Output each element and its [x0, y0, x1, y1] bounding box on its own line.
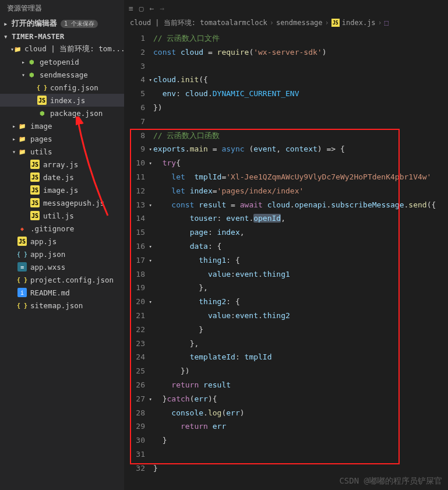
- tree-item[interactable]: { }project.config.json: [0, 273, 124, 286]
- tree-item[interactable]: JSutil.js: [0, 209, 124, 222]
- tree-label: sitemap.json: [30, 301, 83, 310]
- tree-item[interactable]: ⬢package.json: [0, 107, 124, 119]
- tree-label: .gitignore: [30, 224, 74, 233]
- tree-item[interactable]: JSindex.js: [0, 94, 124, 107]
- tree-label: index.js: [50, 96, 85, 105]
- menu-icon[interactable]: ≡: [129, 4, 133, 13]
- tree-label: array.js: [43, 160, 78, 169]
- tree-item[interactable]: ▾⬢sendmessage: [0, 68, 124, 81]
- chevron-icon: ▸: [10, 136, 17, 142]
- tree-label: util.js: [43, 211, 74, 220]
- tree-label: app.js: [30, 237, 57, 246]
- chevron-icon: ▸: [10, 123, 17, 129]
- tree-item[interactable]: ▸⬢getopenid: [0, 55, 124, 68]
- tree-item[interactable]: { }config.json: [0, 81, 124, 94]
- crumb-0[interactable]: cloud | 当前环境: tomatoalarmclock: [130, 18, 267, 28]
- explorer-title: 资源管理器: [0, 0, 124, 17]
- tree-label: app.json: [30, 250, 65, 259]
- open-editors-section[interactable]: ▸ 打开的编辑器 1 个未保存: [0, 17, 124, 30]
- tree-item[interactable]: ◆.gitignore: [0, 222, 124, 235]
- tree-label: package.json: [50, 109, 103, 118]
- chevron-right-icon: ›: [378, 19, 382, 27]
- nav-back-icon[interactable]: ←: [150, 4, 154, 13]
- tree-item[interactable]: ▾📁utils: [0, 145, 124, 158]
- js-file-icon: JS: [331, 19, 340, 27]
- tree-item[interactable]: JSarray.js: [0, 158, 124, 171]
- tree-label: image.js: [43, 186, 78, 195]
- tree-item[interactable]: JSimage.js: [0, 184, 124, 196]
- chevron-icon: ▾: [10, 149, 17, 155]
- tree-label: utils: [30, 147, 52, 156]
- crumb-2[interactable]: index.js: [342, 19, 376, 27]
- chevron-right-icon: ›: [270, 19, 274, 27]
- symbol-icon[interactable]: ⬚: [384, 19, 389, 27]
- tree-label: getopenid: [40, 58, 79, 66]
- chevron-right-icon: ▸: [3, 19, 12, 28]
- tree-label: project.config.json: [30, 276, 114, 284]
- watermark: CSDN @嘟嘟的程序员铲屎官: [339, 476, 442, 487]
- chevron-icon: ▾: [20, 72, 27, 78]
- tree-label: cloud | 当前环境: tom...: [24, 44, 124, 54]
- file-tree: ▾📁cloud | 当前环境: tom...▸⬢getopenid▾⬢sendm…: [0, 43, 124, 490]
- tree-label: sendmessage: [40, 70, 88, 79]
- nav-forward-icon[interactable]: →: [160, 4, 164, 13]
- tree-item[interactable]: { }sitemap.json: [0, 299, 124, 312]
- bookmark-icon[interactable]: ▢: [139, 4, 144, 13]
- editor-toolbar: ≡ ▢ ← →: [124, 0, 448, 16]
- tree-label: README.md: [30, 288, 70, 297]
- sidebar: 资源管理器 ▸ 打开的编辑器 1 个未保存 ▾ TIMER-MASTER ▾📁c…: [0, 0, 124, 490]
- unsaved-badge: 1 个未保存: [61, 20, 98, 28]
- tree-label: config.json: [50, 83, 98, 92]
- tree-item[interactable]: ▾📁cloud | 当前环境: tom...: [0, 43, 124, 55]
- code-editor[interactable]: 123▾45678▾9▾101112▾131415▾16▾171819▾2021…: [124, 29, 448, 490]
- tree-item[interactable]: JSdate.js: [0, 171, 124, 184]
- tree-item[interactable]: { }app.json: [0, 248, 124, 260]
- line-gutter: 123▾45678▾9▾101112▾131415▾16▾171819▾2021…: [124, 29, 153, 490]
- tree-item[interactable]: ▸📁image: [0, 119, 124, 132]
- chevron-icon: ▸: [20, 59, 27, 65]
- tree-label: image: [30, 122, 52, 131]
- project-section[interactable]: ▾ TIMER-MASTER: [0, 30, 124, 43]
- tree-item[interactable]: iREADME.md: [0, 286, 124, 299]
- code-content[interactable]: // 云函数入口文件const cloud = require('wx-serv…: [153, 29, 448, 490]
- tree-label: app.wxss: [30, 263, 65, 272]
- crumb-1[interactable]: sendmessage: [276, 19, 322, 27]
- tree-label: pages: [30, 135, 52, 143]
- tree-item[interactable]: JSapp.js: [0, 235, 124, 248]
- editor-area: ≡ ▢ ← → cloud | 当前环境: tomatoalarmclock ›…: [124, 0, 448, 490]
- tree-label: date.js: [43, 173, 74, 182]
- tree-item[interactable]: ▸📁pages: [0, 132, 124, 145]
- tree-label: messagepush.js: [43, 199, 104, 207]
- breadcrumbs[interactable]: cloud | 当前环境: tomatoalarmclock › sendmes…: [124, 16, 448, 29]
- chevron-right-icon: ›: [325, 19, 329, 27]
- tree-item[interactable]: JSmessagepush.js: [0, 196, 124, 209]
- open-editors-label: 打开的编辑器: [12, 19, 57, 29]
- tree-item[interactable]: ≡app.wxss: [0, 260, 124, 273]
- chevron-down-icon: ▾: [3, 32, 12, 41]
- project-label: TIMER-MASTER: [12, 32, 64, 41]
